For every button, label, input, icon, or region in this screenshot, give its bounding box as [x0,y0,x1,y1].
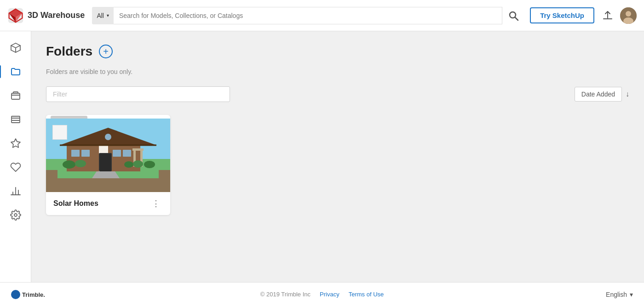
trimble-logo-area: Trimble. [11,289,48,300]
svg-rect-40 [132,148,144,151]
page-header: Folders + [46,44,629,59]
language-label: English [606,291,627,298]
search-icon [508,10,519,21]
svg-point-9 [626,11,631,17]
svg-text:Trimble.: Trimble. [22,291,45,298]
svg-point-41 [63,160,75,169]
try-sketchup-button[interactable]: Try SketchUp [530,7,594,23]
svg-point-37 [104,133,112,141]
chevron-down-icon: ▾ [107,13,109,18]
language-chevron-icon: ▾ [630,291,633,298]
search-input-wrap [114,7,502,24]
folder-card-name: Solar Homes [53,199,98,208]
heart-icon [10,162,21,173]
copyright-text: © 2019 Trimble Inc [260,291,310,298]
trimble-logo-icon: Trimble. [11,289,48,300]
header: 3D Warehouse All ▾ Try SketchUp [0,0,644,31]
sidebar-item-settings[interactable] [5,204,27,226]
sidebar-item-stacks[interactable] [5,108,27,130]
collections-icon [10,90,21,101]
svg-rect-33 [113,150,121,157]
sort-control[interactable]: Date Added ↓ [575,87,629,102]
svg-rect-31 [71,150,80,157]
svg-marker-19 [11,139,20,147]
svg-rect-18 [12,116,20,118]
logo-icon [7,7,24,24]
svg-rect-14 [12,93,20,99]
svg-point-42 [75,160,86,167]
sidebar [0,31,31,282]
svg-point-45 [144,161,155,168]
footer: Trimble. © 2019 Trimble Inc Privacy Term… [0,282,644,306]
search-button[interactable] [502,10,524,21]
sidebar-item-collections[interactable] [5,85,27,107]
svg-marker-46 [92,171,120,178]
folders-grid: Solar Homes ⋮ [46,115,629,215]
avatar[interactable] [620,7,637,24]
svg-rect-36 [100,154,111,171]
folder-icon [10,66,21,77]
sidebar-item-favorites[interactable] [5,132,27,154]
ellipsis-icon: ⋮ [152,199,160,208]
folder-card-footer: Solar Homes ⋮ [46,192,170,215]
folders-subtitle: Folders are visible to you only. [46,68,629,75]
svg-line-6 [515,17,518,20]
upload-button[interactable] [602,10,614,22]
plus-icon: + [103,47,109,56]
sidebar-item-folders[interactable] [5,61,27,83]
gear-icon [10,210,21,221]
add-folder-button[interactable]: + [99,45,113,58]
sidebar-item-models[interactable] [5,37,27,59]
page-title: Folders [46,44,92,59]
stacks-icon [10,114,21,125]
logo-area: 3D Warehouse [7,7,85,24]
folder-card-image [46,119,170,192]
svg-point-43 [124,161,133,168]
sort-label: Date Added [575,87,622,102]
terms-link[interactable]: Terms of Use [349,291,384,298]
upload-icon [602,10,614,22]
cube-icon [10,42,21,53]
search-input[interactable] [119,12,496,19]
svg-point-44 [133,160,143,168]
svg-rect-34 [123,150,131,157]
folder-options-button[interactable]: ⋮ [149,198,163,209]
language-selector[interactable]: English ▾ [606,291,633,298]
filter-sort-row: Date Added ↓ [46,86,629,102]
house-illustration [58,123,159,178]
logo-text: 3D Warehouse [28,11,85,20]
sort-arrow-icon: ↓ [626,90,629,98]
sidebar-item-liked[interactable] [5,156,27,178]
footer-center: © 2019 Trimble Inc Privacy Terms of Use [260,291,384,298]
main-layout: Folders + Folders are visible to you onl… [0,31,644,282]
search-type-dropdown[interactable]: All ▾ [92,7,114,24]
filter-input[interactable] [46,86,230,102]
star-icon [10,138,21,149]
avatar-image [620,7,637,24]
chart-icon [10,186,21,197]
sidebar-item-analytics[interactable] [5,180,27,202]
folder-card[interactable]: Solar Homes ⋮ [46,115,170,215]
svg-point-24 [14,214,17,216]
svg-rect-32 [81,150,90,157]
privacy-link[interactable]: Privacy [320,291,339,298]
content-area: Folders + Folders are visible to you onl… [31,31,644,282]
svg-point-47 [11,290,20,299]
